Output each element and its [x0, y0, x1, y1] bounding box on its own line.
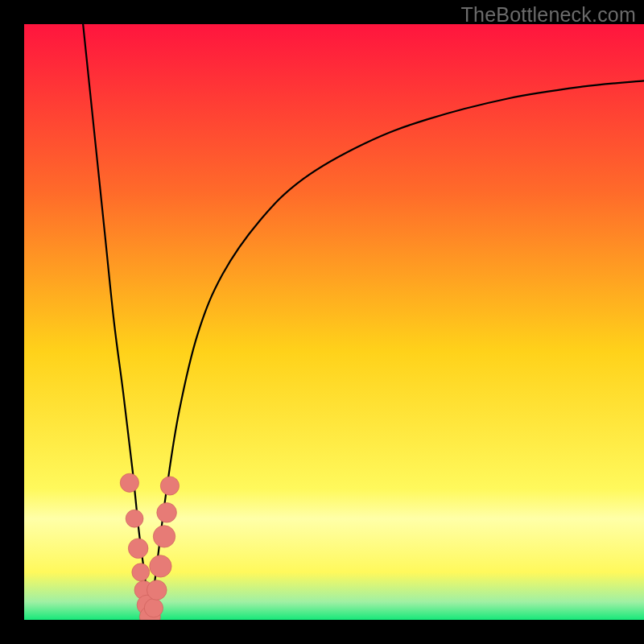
data-marker: [120, 473, 138, 492]
data-marker: [150, 555, 171, 577]
watermark-text: TheBottleneck.com: [461, 3, 636, 27]
data-marker: [160, 477, 179, 495]
curve-left-branch: [83, 24, 150, 620]
data-marker: [132, 564, 150, 581]
chart-stage: TheBottleneck.com: [0, 0, 644, 644]
data-marker: [126, 510, 143, 527]
plot-area: [24, 24, 644, 620]
curve-right-branch: [150, 80, 644, 620]
data-marker: [144, 599, 163, 617]
data-marker: [147, 580, 167, 601]
data-marker: [128, 539, 148, 559]
data-markers: [120, 473, 179, 620]
data-marker: [157, 502, 177, 522]
curve-layer: [24, 24, 644, 620]
data-marker: [153, 526, 175, 547]
